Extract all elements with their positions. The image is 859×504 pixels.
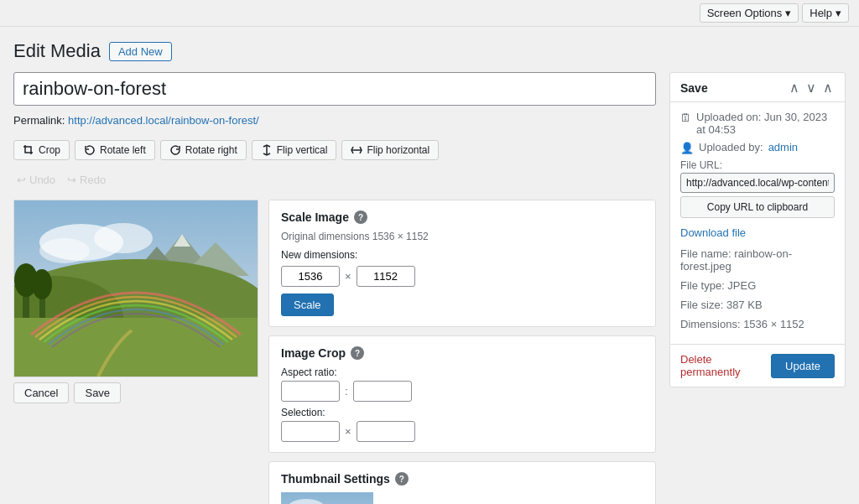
screen-options-button[interactable]: Screen Options ▾ bbox=[700, 3, 799, 23]
aspect-ratio-height-input[interactable] bbox=[353, 381, 412, 402]
media-image bbox=[14, 200, 258, 377]
flip-horizontal-button[interactable]: Flip horizontal bbox=[341, 140, 439, 160]
dims-x-separator: × bbox=[345, 270, 351, 283]
original-dims: Original dimensions 1536 × 1152 bbox=[281, 231, 643, 242]
scale-image-title: Scale Image ? bbox=[281, 210, 643, 224]
screen-options-label: Screen Options bbox=[707, 7, 783, 19]
new-dims-label: New dimensions: bbox=[281, 249, 643, 261]
aspect-ratio-label: Aspect ratio: bbox=[281, 366, 643, 378]
dims-row: × bbox=[281, 266, 643, 287]
uploaded-by-user-link[interactable]: admin bbox=[768, 141, 798, 153]
image-area: Cancel Save bbox=[13, 200, 258, 408]
selection-label: Selection: bbox=[281, 407, 643, 418]
dimensions-value: 1536 × 1152 bbox=[743, 318, 804, 330]
selection-x-sep: × bbox=[345, 425, 351, 438]
aspect-ratio-field: Aspect ratio: : bbox=[281, 366, 643, 402]
file-url-label: File URL: bbox=[680, 159, 835, 171]
selection-field: Selection: × bbox=[281, 407, 643, 442]
rotate-right-button[interactable]: Rotate right bbox=[160, 140, 247, 160]
main-panel: Permalink: http://advanced.local/rainbow… bbox=[13, 72, 656, 504]
file-url-input[interactable] bbox=[680, 173, 835, 193]
cancel-button[interactable]: Cancel bbox=[13, 382, 69, 403]
flip-vertical-button[interactable]: Flip vertical bbox=[252, 140, 337, 160]
copy-url-button[interactable]: Copy URL to clipboard bbox=[680, 196, 835, 218]
file-type-row: File type: JPEG bbox=[680, 279, 835, 292]
sidebar-body: 🗓 Uploaded on: Jun 30, 2023 at 04:53 👤 U… bbox=[670, 102, 845, 340]
thumbnail-preview bbox=[281, 492, 373, 504]
page-title-area: Edit Media Add New bbox=[13, 34, 846, 72]
permalink-label: Permalink: bbox=[13, 114, 65, 127]
uploaded-by-row: 👤 Uploaded by: admin bbox=[680, 141, 835, 154]
edit-panels: Scale Image ? Original dimensions 1536 ×… bbox=[268, 200, 656, 504]
chevron-down-icon: ▾ bbox=[785, 7, 791, 19]
file-type-label: File type: bbox=[680, 279, 727, 292]
uploaded-on-text: Uploaded on: Jun 30, 2023 at 04:53 bbox=[696, 111, 835, 136]
svg-point-5 bbox=[39, 238, 90, 263]
help-button[interactable]: Help ▾ bbox=[802, 3, 849, 23]
image-container bbox=[13, 200, 258, 377]
undo-redo-bar: ↩ Undo ↪ Redo bbox=[13, 170, 656, 193]
aspect-ratio-width-input[interactable] bbox=[281, 381, 340, 402]
sidebar-title: Save bbox=[680, 81, 708, 95]
uploaded-on-row: 🗓 Uploaded on: Jun 30, 2023 at 04:53 bbox=[680, 111, 835, 136]
file-url-section: File URL: Copy URL to clipboard bbox=[680, 159, 835, 218]
image-actions: Cancel Save bbox=[13, 377, 258, 408]
filename-input[interactable] bbox=[13, 72, 656, 106]
uploaded-by-label: Uploaded by: bbox=[699, 141, 763, 153]
permalink-row: Permalink: http://advanced.local/rainbow… bbox=[13, 112, 656, 130]
dimensions-label: Dimensions: bbox=[680, 318, 743, 330]
rotate-right-icon bbox=[169, 144, 181, 156]
update-button[interactable]: Update bbox=[771, 354, 835, 378]
selection-inputs: × bbox=[281, 421, 643, 442]
file-name-label: File name: bbox=[680, 247, 734, 260]
save-image-button[interactable]: Save bbox=[74, 382, 121, 403]
help-label: Help bbox=[810, 7, 832, 19]
selection-width-input[interactable] bbox=[281, 421, 340, 442]
sidebar-footer: Delete permanently Update bbox=[670, 344, 845, 387]
collapse-button[interactable]: ∧ bbox=[788, 81, 801, 95]
scale-image-help-icon[interactable]: ? bbox=[354, 210, 367, 224]
page-wrap: Edit Media Add New Permalink: http://adv… bbox=[0, 27, 859, 504]
flip-horizontal-icon bbox=[351, 144, 362, 156]
thumbnail-settings-title: Thumbnail Settings ? bbox=[281, 472, 643, 486]
svg-point-4 bbox=[94, 223, 153, 253]
thumbnail-settings-help-icon[interactable]: ? bbox=[395, 472, 409, 486]
undo-button[interactable]: ↩ Undo bbox=[13, 172, 59, 188]
thumbnail-settings-panel: Thumbnail Settings ? bbox=[268, 461, 656, 504]
scale-width-input[interactable] bbox=[281, 266, 340, 287]
detach-button[interactable]: ∧ bbox=[821, 81, 835, 95]
selection-height-input[interactable] bbox=[357, 421, 415, 442]
crop-button[interactable]: Crop bbox=[13, 140, 70, 160]
sidebar-header: Save ∧ ∨ ∧ bbox=[670, 73, 845, 102]
download-file-link[interactable]: Download file bbox=[680, 226, 835, 239]
redo-icon: ↪ bbox=[67, 174, 76, 186]
scale-height-input[interactable] bbox=[357, 266, 415, 287]
chevron-down-icon: ▾ bbox=[836, 7, 841, 19]
aspect-colon: : bbox=[345, 385, 348, 397]
page-title: Edit Media bbox=[13, 40, 101, 62]
image-crop-help-icon[interactable]: ? bbox=[351, 346, 364, 360]
image-crop-title: Image Crop ? bbox=[281, 346, 643, 360]
top-bar: Screen Options ▾ Help ▾ bbox=[0, 0, 859, 27]
permalink-link[interactable]: http://advanced.local/rainbow-on-forest/ bbox=[68, 114, 259, 127]
content-area: Permalink: http://advanced.local/rainbow… bbox=[13, 72, 846, 504]
scale-image-panel: Scale Image ? Original dimensions 1536 ×… bbox=[268, 200, 656, 327]
sidebar-controls: ∧ ∨ ∧ bbox=[788, 81, 835, 95]
calendar-icon: 🗓 bbox=[680, 112, 691, 124]
delete-permanently-link[interactable]: Delete permanently bbox=[680, 353, 771, 378]
scale-button[interactable]: Scale bbox=[281, 294, 334, 316]
rotate-left-button[interactable]: Rotate left bbox=[75, 140, 155, 160]
file-size-label: File size: bbox=[680, 299, 726, 311]
sidebar-panel: Save ∧ ∨ ∧ 🗓 Uploaded on: Jun 30, 2023 a… bbox=[669, 72, 846, 387]
add-new-button[interactable]: Add New bbox=[109, 42, 172, 61]
dimensions-row: Dimensions: 1536 × 1152 bbox=[680, 318, 835, 330]
file-type-value: JPEG bbox=[727, 279, 756, 292]
expand-button[interactable]: ∨ bbox=[804, 81, 818, 95]
editor-row: Cancel Save Scale Image ? Original dimen… bbox=[13, 200, 656, 504]
crop-fields: Aspect ratio: : Selection: bbox=[281, 366, 643, 442]
user-icon: 👤 bbox=[680, 142, 694, 154]
file-size-value: 387 KB bbox=[726, 299, 763, 311]
redo-button[interactable]: ↪ Redo bbox=[64, 172, 109, 188]
toolbar: Crop Rotate left Rotate right Flip verti… bbox=[13, 137, 656, 164]
image-crop-panel: Image Crop ? Aspect ratio: : bbox=[268, 335, 656, 453]
